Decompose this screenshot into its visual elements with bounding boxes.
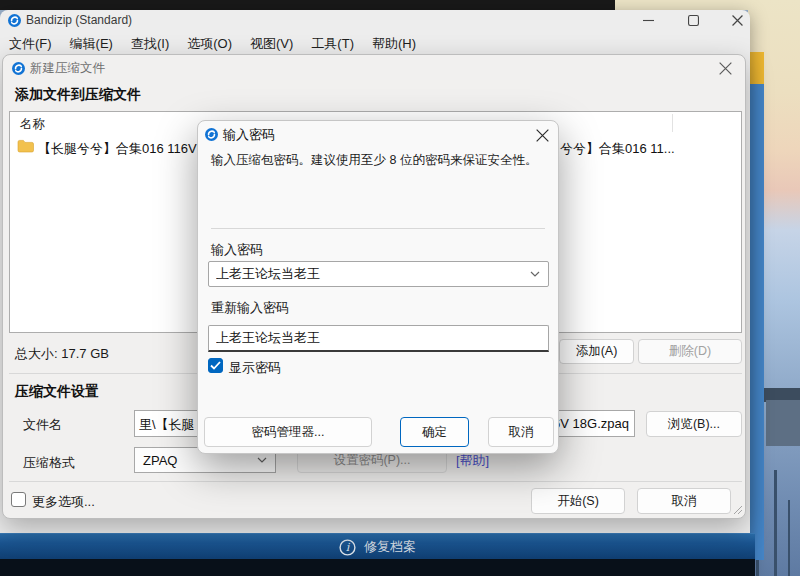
add-files-heading: 添加文件到压缩文件 xyxy=(15,86,141,104)
help-link[interactable]: [帮助] xyxy=(456,452,489,470)
more-options-label[interactable]: 更多选项... xyxy=(32,493,95,511)
format-label: 压缩格式 xyxy=(23,454,75,472)
filename-text-left: 里\【长腿 xyxy=(139,416,195,434)
repair-archive-label: 修复档案 xyxy=(364,538,416,556)
window-bottom-strip xyxy=(0,559,755,576)
background-blue-window-edge xyxy=(750,84,764,560)
delete-button[interactable]: 删除(D) xyxy=(638,339,742,364)
minimize-icon xyxy=(643,15,654,26)
column-header-name[interactable]: 名称 xyxy=(20,116,45,133)
background-window-edge xyxy=(0,0,615,10)
chevron-down-icon xyxy=(257,457,267,463)
dialog-title: 新建压缩文件 xyxy=(30,60,105,77)
bandizip-logo-icon xyxy=(205,128,218,141)
show-password-checkbox[interactable] xyxy=(208,358,223,373)
confirm-password-input[interactable] xyxy=(208,325,549,352)
wallpaper-house xyxy=(766,400,800,446)
divider xyxy=(211,228,545,229)
column-divider xyxy=(672,114,673,132)
password-combobox[interactable] xyxy=(208,261,549,287)
svg-text:i: i xyxy=(346,541,351,554)
window-title: Bandizip (Standard) xyxy=(26,13,132,27)
menu-edit[interactable]: 编辑(E) xyxy=(61,32,122,55)
archive-settings-heading: 压缩文件设置 xyxy=(15,383,99,401)
titlebar: Bandizip (Standard) xyxy=(0,10,750,31)
more-options-checkbox[interactable] xyxy=(11,492,26,507)
password-manager-button[interactable]: 密码管理器... xyxy=(204,417,372,447)
folder-icon xyxy=(17,139,34,153)
close-icon xyxy=(536,129,549,142)
tree-shape xyxy=(788,500,790,576)
menubar: 文件(F) 编辑(E) 查找(I) 选项(O) 视图(V) 工具(T) 帮助(H… xyxy=(0,32,750,55)
screen: Bandizip (Standard) 文件(F) 编辑(E) 查找(I) 选项… xyxy=(0,0,800,576)
cancel-button[interactable]: 取消 xyxy=(488,417,554,447)
file-row-name[interactable]: 【长腿兮兮】合集016 116V 1 xyxy=(38,140,208,158)
ok-button[interactable]: 确定 xyxy=(400,417,469,447)
file-row-name-continued[interactable]: 兮兮】合集016 11... xyxy=(560,140,675,158)
browse-button[interactable]: 浏览(B)... xyxy=(646,411,742,437)
password-label: 输入密码 xyxy=(211,241,263,259)
repair-archive-banner[interactable]: i 修复档案 xyxy=(0,533,755,560)
menu-help[interactable]: 帮助(H) xyxy=(363,32,425,55)
show-password-label[interactable]: 显示密码 xyxy=(229,359,281,377)
dialog-title: 输入密码 xyxy=(223,126,275,144)
close-icon xyxy=(732,15,743,26)
menu-tools[interactable]: 工具(T) xyxy=(302,32,363,55)
confirm-password-label: 重新输入密码 xyxy=(211,299,289,317)
dialog-close-button[interactable] xyxy=(709,57,741,79)
add-button[interactable]: 添加(A) xyxy=(559,339,634,364)
background-yellow-accent xyxy=(750,52,764,84)
chevron-down-icon[interactable] xyxy=(530,271,540,277)
tree-shape xyxy=(774,470,777,576)
close-button[interactable] xyxy=(720,10,754,31)
menu-find[interactable]: 查找(I) xyxy=(122,32,178,55)
start-button[interactable]: 开始(S) xyxy=(531,488,625,514)
check-icon xyxy=(210,361,221,370)
dialog-close-button[interactable] xyxy=(528,123,556,147)
total-size-label: 总大小: 17.7 GB xyxy=(15,345,109,363)
divider xyxy=(9,481,742,482)
filename-label: 文件名 xyxy=(23,416,62,434)
menu-file[interactable]: 文件(F) xyxy=(0,32,61,55)
password-description: 输入压缩包密码。建议使用至少 8 位的密码来保证安全性。 xyxy=(211,152,551,169)
filename-text-right: 6V 18G.zpaq xyxy=(553,416,629,431)
format-selected-value: ZPAQ xyxy=(143,453,177,468)
enter-password-dialog: 输入密码 输入压缩包密码。建议使用至少 8 位的密码来保证安全性。 输入密码 重… xyxy=(197,120,559,454)
password-input[interactable] xyxy=(209,267,516,282)
maximize-button[interactable] xyxy=(676,10,710,31)
info-icon: i xyxy=(339,539,356,556)
bandizip-logo-icon xyxy=(12,62,25,75)
close-icon xyxy=(719,62,732,75)
maximize-icon xyxy=(688,15,699,26)
menu-view[interactable]: 视图(V) xyxy=(241,32,302,55)
resize-grip-icon[interactable] xyxy=(731,503,743,515)
cancel-button[interactable]: 取消 xyxy=(637,488,731,514)
minimize-button[interactable] xyxy=(631,10,665,31)
menu-options[interactable]: 选项(O) xyxy=(178,32,241,55)
wallpaper-sky xyxy=(615,0,750,10)
bandizip-logo-icon xyxy=(8,14,21,27)
